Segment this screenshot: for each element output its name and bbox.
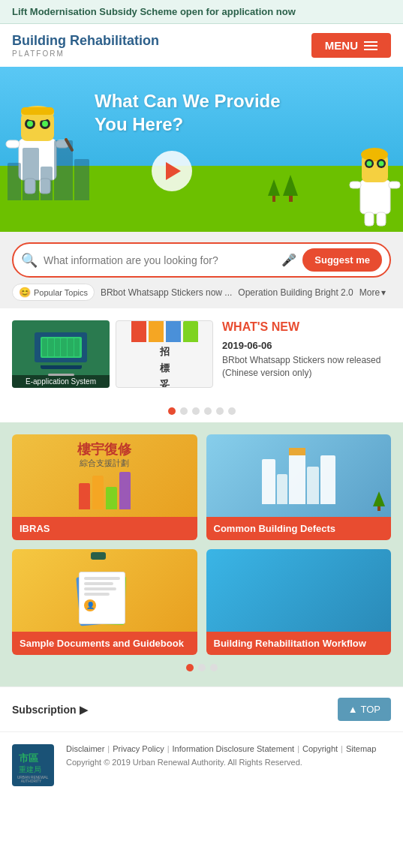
suggest-button[interactable]: Suggest me bbox=[302, 248, 382, 272]
footer-links: Disclaimer | Privacy Policy | Informatio… bbox=[66, 744, 391, 767]
ibras-building-icons bbox=[77, 472, 131, 509]
svg-rect-20 bbox=[350, 182, 361, 188]
card-sample[interactable]: 👤 Sample Documents and Guidebook bbox=[12, 549, 197, 655]
svg-text:AUTHORITY: AUTHORITY bbox=[21, 779, 42, 783]
svg-point-5 bbox=[42, 121, 48, 127]
news-image-1[interactable]: E-application System bbox=[12, 320, 110, 388]
search-icon: 🔍 bbox=[21, 252, 38, 269]
play-icon bbox=[166, 162, 181, 180]
ibras-chinese-title: 樓宇復修 bbox=[77, 442, 131, 458]
more-topics-link[interactable]: More ▾ bbox=[359, 287, 386, 298]
brand: Building Rehabilitation PLATFORM bbox=[12, 33, 159, 58]
laptop-icon bbox=[35, 332, 87, 362]
hero-text: What Can We Provide You Here? bbox=[95, 89, 391, 136]
news-image-2[interactable]: 招 標 妥 Smart Tender bbox=[116, 320, 213, 388]
footer-link-privacy[interactable]: Privacy Policy bbox=[113, 744, 164, 753]
card-workflow-label: Building Rehabilitation Workflow bbox=[206, 632, 392, 655]
smart-tender-illustration: 招 標 妥 Smart Tender bbox=[125, 320, 204, 388]
svg-point-19 bbox=[379, 161, 384, 167]
news-dot-6[interactable] bbox=[228, 407, 236, 415]
whats-new-section: E-application System 招 標 妥 Smart Tender … bbox=[0, 308, 403, 400]
subscription-link[interactable]: Subscription ▶ bbox=[12, 704, 88, 716]
city-silhouette bbox=[8, 140, 89, 200]
e-app-illustration bbox=[12, 320, 110, 388]
whats-new-content: WHAT'S NEW 2019-06-06 BRbot Whatsapp Sti… bbox=[222, 320, 391, 380]
cards-section: 樓宇復修 綜合支援計劃 IBRAS bbox=[0, 422, 403, 686]
card-ibras[interactable]: 樓宇復修 綜合支援計劃 IBRAS bbox=[12, 434, 197, 540]
card-dot-1[interactable] bbox=[186, 664, 194, 671]
footer-link-copyright[interactable]: Copyright bbox=[302, 744, 338, 753]
smart-tender-label-cn: 招 bbox=[160, 345, 170, 359]
popular-topics-bar: 😊 Popular Topics BRbot Whatsapp Stickers… bbox=[12, 284, 391, 301]
news-dot-2[interactable] bbox=[180, 407, 188, 415]
svg-text:市區: 市區 bbox=[19, 752, 38, 764]
hero-section: What Can We Provide You Here? bbox=[0, 67, 403, 232]
top-banner-text: Lift Modernisation Subsidy Scheme open f… bbox=[12, 6, 296, 17]
top-button[interactable]: ▲ TOP bbox=[338, 698, 391, 721]
top-arrow-icon: ▲ bbox=[348, 704, 358, 715]
topic-link-2[interactable]: Operation Building Bright 2.0 bbox=[238, 287, 353, 298]
svg-rect-21 bbox=[389, 182, 400, 188]
cards-grid: 樓宇復修 綜合支援計劃 IBRAS bbox=[12, 434, 391, 655]
tree-icon bbox=[373, 491, 385, 511]
svg-point-15 bbox=[361, 148, 388, 161]
news-dot-3[interactable] bbox=[192, 407, 200, 415]
svg-rect-7 bbox=[21, 107, 54, 115]
laptop-keyboard-base bbox=[48, 374, 74, 376]
card-ibras-label: IBRAS bbox=[12, 517, 197, 540]
footer-link-disclaimer[interactable]: Disclaimer bbox=[66, 744, 104, 753]
header: Building Rehabilitation PLATFORM MENU bbox=[0, 24, 403, 67]
smart-tender-label-cn2: 標 bbox=[160, 362, 170, 375]
card-cbd-label: Common Building Defects bbox=[206, 517, 392, 540]
news-images: E-application System 招 標 妥 Smart Tender bbox=[12, 320, 213, 388]
svg-point-18 bbox=[367, 161, 372, 167]
card-dot-3[interactable] bbox=[210, 664, 218, 671]
card-dot-2[interactable] bbox=[198, 664, 206, 671]
menu-button[interactable]: MENU bbox=[311, 33, 391, 58]
card-sample-image: 👤 bbox=[12, 549, 197, 632]
trees bbox=[268, 175, 298, 202]
top-banner: Lift Modernisation Subsidy Scheme open f… bbox=[0, 0, 403, 24]
footer-link-disclosure[interactable]: Information Disclosure Statement bbox=[173, 744, 295, 753]
green-ground bbox=[0, 200, 403, 232]
footer-logo: 市區 重建局 URBAN RENEWAL AUTHORITY bbox=[12, 744, 57, 786]
smart-tender-bars bbox=[131, 320, 198, 342]
sample-illustration: 👤 bbox=[74, 557, 134, 624]
popular-label-text: Popular Topics bbox=[34, 288, 88, 297]
brand-sub: PLATFORM bbox=[12, 50, 159, 58]
svg-point-4 bbox=[27, 121, 33, 127]
document-stack: 👤 bbox=[74, 557, 134, 624]
menu-label: MENU bbox=[325, 39, 358, 52]
laptop-base bbox=[41, 365, 82, 369]
svg-text:重建局: 重建局 bbox=[19, 765, 41, 773]
robot-right bbox=[347, 139, 403, 232]
footer-nav-links: Disclaimer | Privacy Policy | Informatio… bbox=[66, 744, 391, 753]
card-sample-label: Sample Documents and Guidebook bbox=[12, 632, 197, 655]
card-cbd[interactable]: Common Building Defects bbox=[206, 434, 392, 540]
card-cbd-image bbox=[206, 434, 392, 517]
mic-icon[interactable]: 🎤 bbox=[281, 253, 296, 267]
smart-tender-label-cn3: 妥 bbox=[160, 378, 170, 388]
ibras-illustration: 樓宇復修 綜合支援計劃 bbox=[77, 442, 131, 510]
popular-topics-label: 😊 Popular Topics bbox=[12, 284, 95, 301]
workflow-illustration: → bbox=[293, 563, 305, 619]
play-button[interactable] bbox=[152, 151, 192, 191]
footer: 市區 重建局 URBAN RENEWAL AUTHORITY Disclaime… bbox=[0, 731, 403, 798]
search-section: 🔍 🎤 Suggest me 😊 Popular Topics BRbot Wh… bbox=[0, 232, 403, 308]
search-input[interactable] bbox=[44, 254, 275, 266]
card-dots bbox=[12, 655, 391, 674]
whats-new-title: WHAT'S NEW bbox=[222, 320, 391, 334]
subscription-arrow: ▶ bbox=[80, 704, 88, 716]
subscription-label: Subscription bbox=[12, 704, 77, 716]
footer-link-sitemap[interactable]: Sitemap bbox=[346, 744, 376, 753]
news-date: 2019-06-06 bbox=[222, 340, 391, 351]
ura-logo: 市區 重建局 URBAN RENEWAL AUTHORITY bbox=[12, 744, 54, 786]
card-workflow-image: → bbox=[206, 549, 392, 632]
topic-link-1[interactable]: BRbot Whatsapp Stickers now ... bbox=[101, 287, 232, 298]
news-dot-1[interactable] bbox=[168, 407, 176, 415]
news-dot-5[interactable] bbox=[216, 407, 224, 415]
card-workflow[interactable]: → Building Rehabilitation Workflow bbox=[206, 549, 392, 655]
card-ibras-image: 樓宇復修 綜合支援計劃 bbox=[12, 434, 197, 517]
svg-rect-22 bbox=[365, 212, 374, 226]
news-dot-4[interactable] bbox=[204, 407, 212, 415]
